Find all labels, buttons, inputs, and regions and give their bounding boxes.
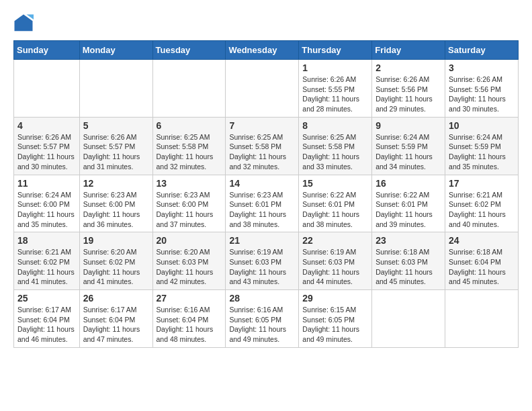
day-info: Sunrise: 6:16 AM Sunset: 6:05 PM Dayligh…: [229, 305, 295, 345]
day-info: Sunrise: 6:26 AM Sunset: 5:56 PM Dayligh…: [375, 75, 441, 114]
calendar-cell: 5Sunrise: 6:26 AM Sunset: 5:57 PM Daylig…: [79, 117, 152, 175]
day-number: 14: [229, 178, 295, 189]
header-cell-saturday: Saturday: [445, 41, 519, 60]
day-info: Sunrise: 6:25 AM Sunset: 5:58 PM Dayligh…: [229, 132, 295, 172]
day-number: 11: [17, 178, 76, 189]
calendar-week-5: 25Sunrise: 6:17 AM Sunset: 6:04 PM Dayli…: [14, 290, 519, 348]
day-number: 12: [83, 178, 149, 189]
logo: [13, 13, 38, 34]
header-cell-friday: Friday: [372, 41, 445, 60]
day-info: Sunrise: 6:24 AM Sunset: 6:00 PM Dayligh…: [17, 190, 76, 230]
calendar-week-3: 11Sunrise: 6:24 AM Sunset: 6:00 PM Dayli…: [14, 175, 519, 232]
day-number: 3: [449, 62, 515, 73]
calendar-cell: 10Sunrise: 6:24 AM Sunset: 5:59 PM Dayli…: [445, 117, 519, 175]
day-number: 29: [302, 293, 368, 304]
calendar-cell: 25Sunrise: 6:17 AM Sunset: 6:04 PM Dayli…: [14, 290, 80, 348]
calendar-week-2: 4Sunrise: 6:26 AM Sunset: 5:57 PM Daylig…: [14, 117, 519, 175]
day-info: Sunrise: 6:23 AM Sunset: 6:00 PM Dayligh…: [83, 190, 149, 230]
calendar-cell: 2Sunrise: 6:26 AM Sunset: 5:56 PM Daylig…: [372, 60, 445, 118]
day-number: 26: [83, 293, 149, 304]
day-info: Sunrise: 6:25 AM Sunset: 5:58 PM Dayligh…: [302, 132, 368, 172]
calendar-cell: 15Sunrise: 6:22 AM Sunset: 6:01 PM Dayli…: [299, 175, 372, 232]
calendar-cell: 27Sunrise: 6:16 AM Sunset: 6:04 PM Dayli…: [152, 290, 226, 348]
calendar-body: 1Sunrise: 6:26 AM Sunset: 5:55 PM Daylig…: [14, 60, 519, 348]
calendar-cell: 1Sunrise: 6:26 AM Sunset: 5:55 PM Daylig…: [299, 60, 372, 118]
calendar-cell: 14Sunrise: 6:23 AM Sunset: 6:01 PM Dayli…: [226, 175, 299, 232]
calendar-cell: 8Sunrise: 6:25 AM Sunset: 5:58 PM Daylig…: [299, 117, 372, 175]
calendar-cell: [152, 60, 226, 118]
day-number: 7: [229, 120, 295, 131]
day-number: 22: [302, 235, 368, 246]
header-cell-wednesday: Wednesday: [226, 41, 299, 60]
header-cell-thursday: Thursday: [299, 41, 372, 60]
day-number: 2: [375, 62, 441, 73]
day-number: 21: [229, 235, 295, 246]
header-cell-monday: Monday: [79, 41, 152, 60]
calendar-cell: 16Sunrise: 6:22 AM Sunset: 6:01 PM Dayli…: [372, 175, 445, 232]
day-info: Sunrise: 6:21 AM Sunset: 6:02 PM Dayligh…: [449, 190, 515, 230]
day-number: 17: [449, 178, 515, 189]
calendar-cell: 21Sunrise: 6:19 AM Sunset: 6:03 PM Dayli…: [226, 232, 299, 290]
calendar-table: SundayMondayTuesdayWednesdayThursdayFrid…: [13, 40, 519, 348]
calendar-cell: 26Sunrise: 6:17 AM Sunset: 6:04 PM Dayli…: [79, 290, 152, 348]
calendar-cell: [372, 290, 445, 348]
day-info: Sunrise: 6:16 AM Sunset: 6:04 PM Dayligh…: [157, 305, 222, 345]
day-number: 8: [302, 120, 368, 131]
calendar-cell: 6Sunrise: 6:25 AM Sunset: 5:58 PM Daylig…: [152, 117, 226, 175]
day-info: Sunrise: 6:26 AM Sunset: 5:57 PM Dayligh…: [17, 132, 76, 172]
calendar-cell: 17Sunrise: 6:21 AM Sunset: 6:02 PM Dayli…: [445, 175, 519, 232]
calendar-cell: 11Sunrise: 6:24 AM Sunset: 6:00 PM Dayli…: [14, 175, 80, 232]
day-info: Sunrise: 6:22 AM Sunset: 6:01 PM Dayligh…: [302, 190, 368, 230]
day-number: 9: [375, 120, 441, 131]
day-info: Sunrise: 6:18 AM Sunset: 6:03 PM Dayligh…: [375, 247, 441, 287]
day-info: Sunrise: 6:18 AM Sunset: 6:04 PM Dayligh…: [449, 247, 515, 287]
calendar-cell: 24Sunrise: 6:18 AM Sunset: 6:04 PM Dayli…: [445, 232, 519, 290]
day-number: 6: [157, 120, 222, 131]
day-number: 13: [157, 178, 222, 189]
day-number: 28: [229, 293, 295, 304]
calendar-cell: [14, 60, 80, 118]
day-info: Sunrise: 6:20 AM Sunset: 6:02 PM Dayligh…: [83, 247, 149, 287]
day-info: Sunrise: 6:24 AM Sunset: 5:59 PM Dayligh…: [449, 132, 515, 172]
day-number: 25: [17, 293, 76, 304]
day-info: Sunrise: 6:20 AM Sunset: 6:03 PM Dayligh…: [157, 247, 222, 287]
day-number: 15: [302, 178, 368, 189]
day-number: 24: [449, 235, 515, 246]
day-number: 23: [375, 235, 441, 246]
day-info: Sunrise: 6:15 AM Sunset: 6:05 PM Dayligh…: [302, 305, 368, 345]
day-info: Sunrise: 6:26 AM Sunset: 5:57 PM Dayligh…: [83, 132, 149, 172]
day-info: Sunrise: 6:25 AM Sunset: 5:58 PM Dayligh…: [157, 132, 222, 172]
day-info: Sunrise: 6:24 AM Sunset: 5:59 PM Dayligh…: [375, 132, 441, 172]
day-number: 19: [83, 235, 149, 246]
calendar-cell: 4Sunrise: 6:26 AM Sunset: 5:57 PM Daylig…: [14, 117, 80, 175]
calendar-cell: 29Sunrise: 6:15 AM Sunset: 6:05 PM Dayli…: [299, 290, 372, 348]
calendar-cell: [445, 290, 519, 348]
page-header: [13, 13, 519, 34]
day-info: Sunrise: 6:26 AM Sunset: 5:55 PM Dayligh…: [302, 75, 368, 114]
calendar-cell: 18Sunrise: 6:21 AM Sunset: 6:02 PM Dayli…: [14, 232, 80, 290]
day-info: Sunrise: 6:22 AM Sunset: 6:01 PM Dayligh…: [375, 190, 441, 230]
svg-marker-0: [15, 15, 33, 32]
calendar-cell: 23Sunrise: 6:18 AM Sunset: 6:03 PM Dayli…: [372, 232, 445, 290]
day-info: Sunrise: 6:19 AM Sunset: 6:03 PM Dayligh…: [302, 247, 368, 287]
day-info: Sunrise: 6:19 AM Sunset: 6:03 PM Dayligh…: [229, 247, 295, 287]
day-info: Sunrise: 6:17 AM Sunset: 6:04 PM Dayligh…: [83, 305, 149, 345]
calendar-cell: 7Sunrise: 6:25 AM Sunset: 5:58 PM Daylig…: [226, 117, 299, 175]
calendar-header: SundayMondayTuesdayWednesdayThursdayFrid…: [14, 41, 519, 60]
header-cell-sunday: Sunday: [14, 41, 80, 60]
day-number: 20: [157, 235, 222, 246]
day-number: 18: [17, 235, 76, 246]
calendar-cell: 19Sunrise: 6:20 AM Sunset: 6:02 PM Dayli…: [79, 232, 152, 290]
logo-icon: [13, 13, 34, 34]
calendar-cell: 28Sunrise: 6:16 AM Sunset: 6:05 PM Dayli…: [226, 290, 299, 348]
day-number: 1: [302, 62, 368, 73]
calendar-cell: 12Sunrise: 6:23 AM Sunset: 6:00 PM Dayli…: [79, 175, 152, 232]
day-info: Sunrise: 6:23 AM Sunset: 6:01 PM Dayligh…: [229, 190, 295, 230]
calendar-week-1: 1Sunrise: 6:26 AM Sunset: 5:55 PM Daylig…: [14, 60, 519, 118]
calendar-cell: 20Sunrise: 6:20 AM Sunset: 6:03 PM Dayli…: [152, 232, 226, 290]
day-number: 27: [157, 293, 222, 304]
day-number: 5: [83, 120, 149, 131]
calendar-cell: [79, 60, 152, 118]
calendar-cell: 22Sunrise: 6:19 AM Sunset: 6:03 PM Dayli…: [299, 232, 372, 290]
calendar-week-4: 18Sunrise: 6:21 AM Sunset: 6:02 PM Dayli…: [14, 232, 519, 290]
